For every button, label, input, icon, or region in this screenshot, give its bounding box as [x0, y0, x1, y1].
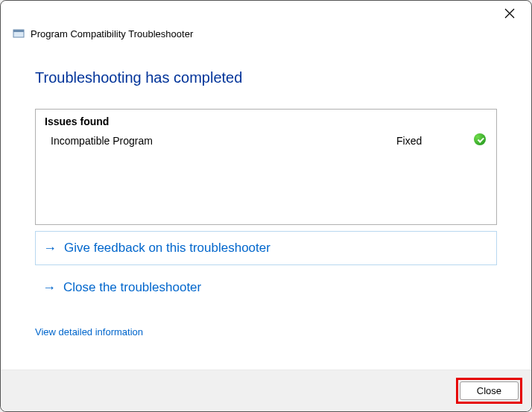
close-troubleshooter-option[interactable]: → Close the troubleshooter — [35, 271, 497, 304]
app-icon — [13, 28, 25, 39]
close-button[interactable]: Close — [460, 381, 519, 400]
arrow-right-icon: → — [42, 281, 56, 294]
close-button-highlight: Close — [456, 378, 522, 404]
view-details-link[interactable]: View detailed information — [35, 326, 143, 337]
checkmark-icon — [474, 133, 486, 145]
window-header: Program Compatibility Troubleshooter — [1, 28, 531, 47]
status-icon-cell — [471, 133, 486, 148]
issues-panel: Issues found Incompatible Program Fixed — [35, 109, 497, 225]
arrow-right-icon: → — [43, 241, 57, 255]
window-title: Program Compatibility Troubleshooter — [31, 28, 193, 39]
feedback-label: Give feedback on this troubleshooter — [64, 241, 270, 256]
svg-rect-3 — [13, 30, 24, 32]
dialog-footer: Close — [1, 370, 531, 411]
issues-header: Issues found — [45, 115, 487, 127]
feedback-option[interactable]: → Give feedback on this troubleshooter — [35, 231, 497, 265]
titlebar — [1, 1, 531, 28]
dialog-window: Program Compatibility Troubleshooter Tro… — [0, 0, 532, 412]
content-area: Troubleshooting has completed Issues fou… — [1, 47, 531, 370]
issue-row: Incompatible Program Fixed — [45, 132, 487, 149]
close-troubleshooter-label: Close the troubleshooter — [63, 280, 201, 295]
close-icon[interactable] — [498, 5, 521, 24]
issue-name: Incompatible Program — [51, 135, 396, 147]
issue-status: Fixed — [396, 135, 471, 147]
page-heading: Troubleshooting has completed — [35, 69, 497, 86]
